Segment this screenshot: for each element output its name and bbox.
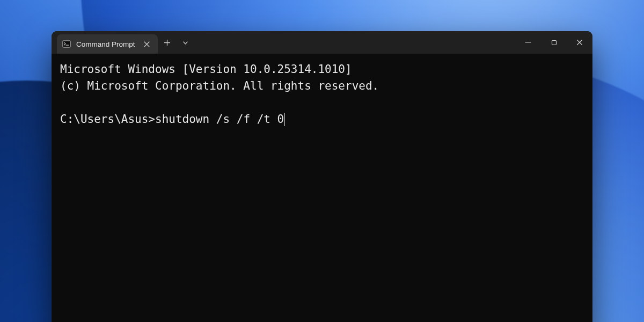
titlebar[interactable]: Command Prompt [52,31,592,54]
svg-rect-0 [63,41,70,47]
console-line: Microsoft Windows [Version 10.0.25314.10… [60,63,352,76]
tab-actions [158,31,194,54]
tab-command-prompt[interactable]: Command Prompt [57,34,158,54]
new-tab-button[interactable] [158,31,176,54]
tab-strip: Command Prompt [52,31,158,54]
tab-dropdown-button[interactable] [176,31,194,54]
terminal-icon [62,40,71,48]
window-controls [515,31,592,54]
console-output[interactable]: Microsoft Windows [Version 10.0.25314.10… [52,54,592,322]
maximize-button[interactable] [541,31,567,54]
close-button[interactable] [567,31,592,54]
console-prompt-line: C:\Users\Asus>shutdown /s /f /t 0 [60,111,584,128]
console-command: shutdown /s /f /t 0 [155,111,284,128]
tab-title: Command Prompt [76,40,135,48]
text-caret [284,113,285,126]
console-line: (c) Microsoft Corporation. All rights re… [60,79,379,92]
tab-close-button[interactable] [141,38,152,50]
svg-rect-3 [552,40,556,45]
minimize-button[interactable] [515,31,541,54]
terminal-window: Command Prompt [52,31,592,322]
console-prompt: C:\Users\Asus> [60,111,155,128]
